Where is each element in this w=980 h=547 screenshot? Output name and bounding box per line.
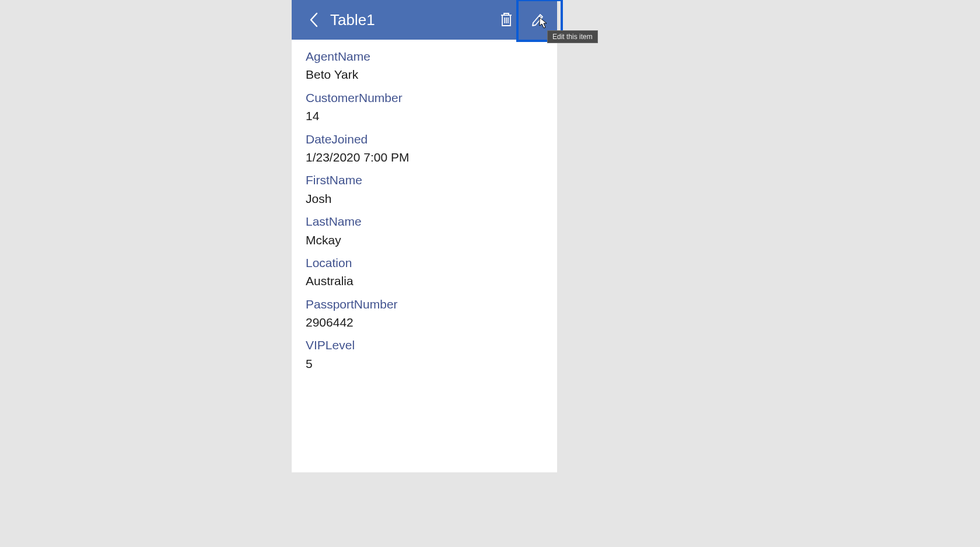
field-row: CustomerNumber 14 — [306, 89, 543, 125]
field-label: CustomerNumber — [306, 89, 543, 106]
field-row: LastName Mckay — [306, 213, 543, 248]
field-value: Australia — [306, 272, 543, 289]
detail-screen: Table1 — [292, 0, 557, 472]
field-value: 5 — [306, 355, 543, 372]
delete-button[interactable] — [494, 8, 519, 32]
header-bar: Table1 — [292, 0, 557, 40]
field-label: Location — [306, 254, 543, 271]
edit-tooltip: Edit this item — [547, 30, 598, 43]
edit-button[interactable] — [526, 8, 550, 32]
field-value: 2906442 — [306, 314, 543, 331]
trash-icon — [499, 12, 513, 27]
back-button[interactable] — [302, 8, 326, 31]
pencil-icon — [531, 12, 545, 27]
field-value: Josh — [306, 190, 543, 207]
field-row: VIPLevel 5 — [306, 336, 543, 372]
field-label: DateJoined — [306, 131, 543, 148]
field-value: 1/23/2020 7:00 PM — [306, 149, 543, 166]
page-title: Table1 — [330, 11, 494, 29]
field-label: LastName — [306, 213, 543, 230]
header-actions — [494, 8, 555, 32]
field-value: Beto Yark — [306, 66, 543, 83]
field-label: VIPLevel — [306, 336, 543, 353]
field-row: Location Australia — [306, 254, 543, 290]
field-value: 14 — [306, 107, 543, 124]
detail-content: AgentName Beto Yark CustomerNumber 14 Da… — [292, 40, 557, 472]
chevron-left-icon — [309, 12, 319, 28]
field-label: FirstName — [306, 171, 543, 188]
field-label: AgentName — [306, 48, 543, 65]
field-label: PassportNumber — [306, 296, 543, 313]
field-row: DateJoined 1/23/2020 7:00 PM — [306, 131, 543, 166]
field-row: FirstName Josh — [306, 171, 543, 207]
field-row: PassportNumber 2906442 — [306, 296, 543, 331]
field-row: AgentName Beto Yark — [306, 48, 543, 83]
field-value: Mckay — [306, 232, 543, 248]
